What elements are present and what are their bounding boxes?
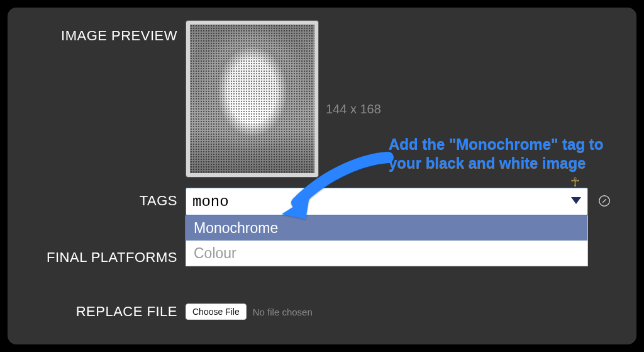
edit-icon[interactable] [597, 194, 611, 208]
row-image-preview: IMAGE PREVIEW 144 x 168 [8, 19, 636, 183]
dropdown-caret-icon[interactable] [571, 197, 581, 204]
label-final-platforms: FINAL PLATFORMS [8, 249, 177, 266]
image-preview-art [190, 25, 314, 173]
label-tags: TAGS [8, 193, 177, 209]
tags-input[interactable] [192, 188, 562, 215]
ankh-icon: ☥ [570, 174, 580, 190]
file-picker-group: Choose File No file chosen [186, 302, 313, 321]
tags-combobox[interactable]: ☥ [186, 188, 588, 215]
tags-option-monochrome[interactable]: Monochrome [186, 215, 587, 241]
image-preview-frame [186, 20, 319, 178]
label-image-preview: IMAGE PREVIEW [8, 28, 177, 44]
form-panel: IMAGE PREVIEW 144 x 168 TAGS ☥ Monochrom… [8, 8, 636, 344]
file-status-text: No file chosen [253, 307, 313, 317]
choose-file-button[interactable]: Choose File [186, 304, 247, 320]
label-replace-file: REPLACE FILE [8, 304, 177, 320]
tags-dropdown: Monochrome Colour [186, 215, 588, 266]
image-preview-thumbnail [190, 25, 314, 173]
image-preview-dimensions: 144 x 168 [326, 102, 381, 116]
tags-option-colour[interactable]: Colour [186, 241, 587, 266]
